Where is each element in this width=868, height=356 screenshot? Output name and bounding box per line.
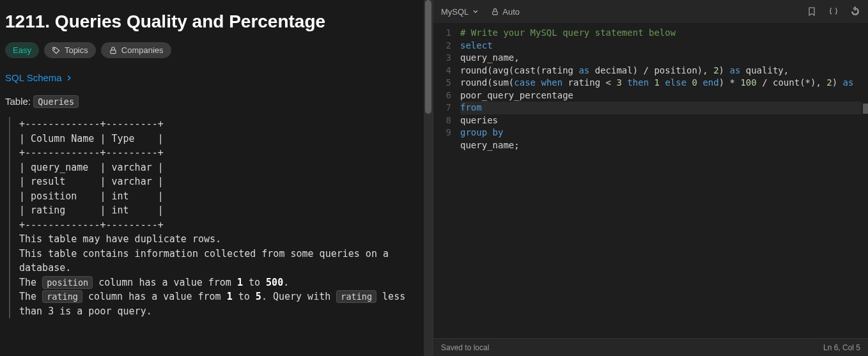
topics-label: Topics bbox=[65, 45, 88, 55]
companies-label: Companies bbox=[121, 45, 164, 55]
chevron-right-icon bbox=[65, 74, 74, 82]
editor-area[interactable]: 123456789 # Write your MySQL query state… bbox=[433, 23, 868, 338]
line-number: 9 bbox=[433, 127, 451, 139]
sql-schema-label: SQL Schema bbox=[5, 72, 62, 83]
code-line[interactable]: round(avg(cast(rating as decimal) / posi… bbox=[460, 65, 862, 77]
desc-line-2: This table contains information collecte… bbox=[19, 247, 419, 275]
companies-tag[interactable]: Companies bbox=[101, 42, 171, 58]
table-name: Queries bbox=[33, 95, 79, 108]
code-line[interactable]: queries bbox=[460, 114, 862, 127]
code-line[interactable]: query_name, bbox=[460, 52, 862, 65]
cursor-position: Ln 6, Col 5 bbox=[823, 343, 860, 352]
problem-body: This table may have duplicate rows. This… bbox=[9, 232, 419, 318]
format-button[interactable] bbox=[828, 6, 839, 17]
svg-rect-1 bbox=[111, 50, 116, 53]
code-line[interactable]: select bbox=[460, 40, 862, 52]
line-gutter: 123456789 bbox=[433, 27, 460, 338]
svg-point-0 bbox=[54, 49, 54, 49]
lock-icon bbox=[491, 8, 499, 16]
tags-row: Easy Topics Companies bbox=[5, 42, 419, 58]
code-line[interactable]: # Write your MySQL query statement below bbox=[460, 27, 862, 40]
table-label: Table: bbox=[5, 96, 31, 107]
language-selector[interactable]: MySQL bbox=[441, 7, 479, 17]
difficulty-tag: Easy bbox=[5, 42, 39, 58]
sql-schema-link[interactable]: SQL Schema bbox=[5, 72, 74, 83]
problem-title: 1211. Queries Quality and Percentage bbox=[5, 12, 419, 32]
line-number: 2 bbox=[433, 40, 451, 52]
code-editor-pane: MySQL Auto 123456789 # Write your MySQL … bbox=[433, 0, 868, 356]
line-number: 4 bbox=[433, 65, 451, 77]
rating-token-2: rating bbox=[336, 290, 376, 303]
reset-button[interactable] bbox=[850, 6, 860, 17]
problem-description-pane: 1211. Queries Quality and Percentage Eas… bbox=[0, 0, 424, 356]
code-line[interactable]: query_name; bbox=[460, 139, 862, 152]
chevron-down-icon bbox=[472, 8, 479, 15]
language-label: MySQL bbox=[441, 7, 469, 17]
tag-icon bbox=[52, 46, 61, 55]
line-number: 5 bbox=[433, 77, 451, 89]
bookmark-icon bbox=[807, 6, 817, 17]
rating-sentence: The rating column has a value from 1 to … bbox=[19, 290, 419, 318]
saved-status: Saved to local bbox=[441, 343, 489, 352]
lock-icon bbox=[109, 46, 118, 55]
schema-table: +-------------+---------+ | Column Name … bbox=[9, 117, 419, 232]
desc-line-1: This table may have duplicate rows. bbox=[19, 232, 419, 247]
line-number: 6 bbox=[433, 89, 451, 102]
vertical-scrollbar[interactable] bbox=[424, 0, 433, 356]
table-label-row: Table: Queries bbox=[5, 96, 419, 107]
code-line[interactable]: from bbox=[460, 102, 862, 114]
code-line[interactable]: group by bbox=[460, 127, 862, 139]
auto-toggle[interactable]: Auto bbox=[491, 7, 520, 17]
svg-rect-2 bbox=[493, 11, 498, 14]
topics-tag[interactable]: Topics bbox=[44, 42, 96, 58]
line-number: 8 bbox=[433, 114, 451, 127]
line-number: 7 bbox=[433, 102, 451, 114]
line-number: 3 bbox=[433, 52, 451, 65]
line-number: 1 bbox=[433, 27, 451, 40]
editor-toolbar: MySQL Auto bbox=[433, 0, 868, 23]
auto-label: Auto bbox=[502, 7, 520, 17]
editor-status-bar: Saved to local Ln 6, Col 5 bbox=[433, 338, 868, 356]
braces-icon bbox=[828, 6, 839, 17]
code-line[interactable]: round(sum(case when rating < 3 then 1 el… bbox=[460, 77, 862, 102]
reset-icon bbox=[850, 6, 860, 17]
position-token: position bbox=[42, 276, 93, 289]
code-lines[interactable]: # Write your MySQL query statement below… bbox=[460, 27, 868, 338]
editor-scroll-thumb[interactable] bbox=[863, 104, 868, 114]
bookmark-button[interactable] bbox=[807, 6, 817, 17]
rating-token: rating bbox=[42, 290, 82, 303]
scrollbar-thumb[interactable] bbox=[425, 0, 431, 114]
position-sentence: The position column has a value from 1 t… bbox=[19, 275, 419, 290]
